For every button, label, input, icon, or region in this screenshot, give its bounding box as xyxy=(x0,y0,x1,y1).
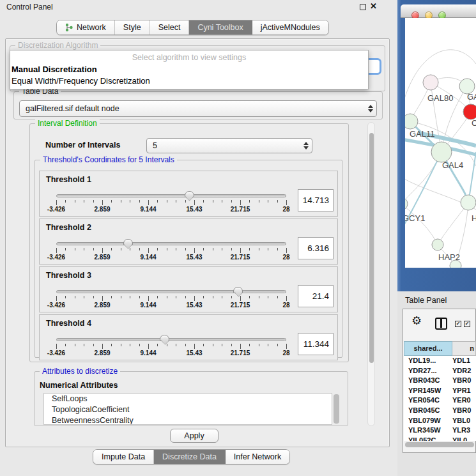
select-all-checkbox-icon[interactable]: ✓ xyxy=(455,321,461,327)
slider-tick xyxy=(167,200,167,203)
menu-item-manual-discretization[interactable]: Manual Discretization xyxy=(12,65,97,74)
apply-button[interactable]: Apply xyxy=(170,429,219,443)
tab-label: jActiveMNodules xyxy=(261,23,320,32)
table-panel-title: Table Panel xyxy=(405,296,447,305)
split-columns-icon[interactable] xyxy=(435,318,447,330)
table-cell: YLR345W xyxy=(404,426,452,436)
close-icon[interactable]: ✕ xyxy=(370,1,377,11)
slider-tick xyxy=(222,296,222,298)
tab-label: Network xyxy=(77,23,106,32)
node-gal11[interactable] xyxy=(405,114,418,129)
node-hap2[interactable] xyxy=(432,239,443,250)
attribute-item[interactable]: BetweennessCentrality xyxy=(44,415,332,425)
column-header-shared-name[interactable]: shared... xyxy=(404,341,452,356)
slider-tick xyxy=(148,248,149,253)
slider-tick xyxy=(167,296,167,298)
table-row[interactable]: YLR345WYLR3 xyxy=(404,426,476,436)
threshold-3-value-field[interactable]: 21.4 xyxy=(298,285,334,307)
threshold-4-value-field[interactable]: 11.344 xyxy=(298,333,334,355)
tab-style[interactable]: Style xyxy=(115,20,150,35)
slider-ticks xyxy=(56,296,286,301)
table-row[interactable]: YBR043CYBR0 xyxy=(404,376,476,386)
tab-select[interactable]: Select xyxy=(150,20,190,35)
tab-impute-data[interactable]: Impute Data xyxy=(93,450,154,464)
slider-tick xyxy=(249,200,250,203)
threshold-3-slider[interactable]: -3.4262.8599.14415.4321.71528 xyxy=(56,288,286,312)
column-header-name[interactable]: n xyxy=(452,341,476,356)
slider-thumb[interactable] xyxy=(160,335,169,341)
float-window-icon[interactable] xyxy=(360,4,366,10)
slider-tick xyxy=(111,344,112,346)
table-cell: YDL1 xyxy=(452,356,476,366)
threshold-2-slider[interactable]: -3.4262.8599.14415.4321.71528 xyxy=(56,240,286,264)
select-none-checkbox-icon[interactable]: ✓ xyxy=(464,321,470,327)
table-row[interactable]: YIL052CYIL0 xyxy=(404,436,476,441)
tab-cyni-toolbox[interactable]: Cyni Toolbox xyxy=(189,20,252,35)
slider-tick xyxy=(259,344,259,346)
slider-tick xyxy=(286,200,287,205)
slider-track[interactable] xyxy=(56,242,286,245)
thresholds-group: Threshold's Coordinates for 5 Intervals … xyxy=(35,160,342,358)
slider-tick xyxy=(240,296,241,301)
tab-infer-network[interactable]: Infer Network xyxy=(226,450,289,464)
slider-tick xyxy=(157,296,158,298)
slider-thumb[interactable] xyxy=(123,239,133,245)
slider-tick-labels: -3.4262.8599.14415.4321.71528 xyxy=(56,302,286,309)
slider-tick xyxy=(111,200,112,203)
slider-tick xyxy=(102,200,103,205)
table-row[interactable]: YER054CYER0 xyxy=(404,395,476,406)
slider-track[interactable] xyxy=(56,338,286,341)
menu-item-equal-width-frequency[interactable]: Equal Width/Frequency Discretization xyxy=(12,76,150,86)
threshold-2-value-field[interactable]: 6.316 xyxy=(298,237,334,259)
table-row[interactable]: YPR145WYPR1 xyxy=(404,386,476,396)
scrollbar-thumb[interactable] xyxy=(405,442,474,447)
slider-tick xyxy=(148,344,149,349)
table-row[interactable]: YBL079WYBL0 xyxy=(404,416,476,426)
table-data-combobox[interactable]: galFiltered.sif default node xyxy=(19,100,377,117)
tab-jactivemnodules[interactable]: jActiveMNodules xyxy=(252,20,328,35)
tick-label: 9.144 xyxy=(140,206,156,213)
panel-scrollbar[interactable] xyxy=(367,122,375,426)
slider-tick xyxy=(194,296,195,301)
network-view-window: GAL80 GA C GAL11 GAL4 GCY1 H HAP2 xyxy=(397,0,476,291)
node-h[interactable] xyxy=(461,195,476,210)
slider-thumb[interactable] xyxy=(233,287,243,293)
tab-label: Discretize Data xyxy=(162,452,217,461)
table-row[interactable]: YDL19...YDL1 xyxy=(404,356,476,366)
network-canvas[interactable]: GAL80 GA C GAL11 GAL4 GCY1 H HAP2 xyxy=(405,18,476,268)
slider-tick xyxy=(231,296,232,298)
slider-tick xyxy=(213,248,213,250)
slider-tick xyxy=(75,296,75,298)
threshold-1-slider[interactable]: -3.4262.8599.14415.4321.71528 xyxy=(56,192,286,216)
scrollbar-thumb[interactable] xyxy=(369,133,374,363)
slider-track[interactable] xyxy=(56,194,286,197)
threshold-1-value-field[interactable]: 14.713 xyxy=(298,189,334,211)
slider-tick xyxy=(277,200,278,203)
tab-discretize-data[interactable]: Discretize Data xyxy=(154,450,226,464)
attribute-item[interactable]: SelfLoops xyxy=(44,394,332,404)
slider-tick xyxy=(277,248,278,250)
gear-icon[interactable]: ⚙ xyxy=(411,314,422,328)
attributes-list-scrollbar[interactable] xyxy=(334,394,339,424)
node-gal80[interactable] xyxy=(423,75,438,90)
attribute-item[interactable]: TopologicalCoefficient xyxy=(44,404,332,415)
threshold-4-slider[interactable]: -3.4262.8599.14415.4321.71528 xyxy=(56,335,286,360)
network-nodes[interactable] xyxy=(405,75,476,268)
node-selected-red[interactable] xyxy=(463,104,476,119)
attributes-list[interactable]: SelfLoopsTopologicalCoefficientBetweenne… xyxy=(43,393,332,425)
slider-tick xyxy=(286,296,287,301)
num-intervals-combobox[interactable]: 5 xyxy=(146,138,312,153)
cyni-toolbox-panel: Discretization Algorithm Select algorith… xyxy=(5,38,390,447)
table-row[interactable]: YDR27...YDR2 xyxy=(404,366,476,376)
table-horizontal-scrollbar[interactable] xyxy=(404,441,475,448)
node-gal4[interactable] xyxy=(431,142,452,162)
slider-tick xyxy=(249,248,250,250)
slider-thumb[interactable] xyxy=(185,191,194,197)
tick-label: 21.715 xyxy=(231,254,250,261)
slider-track[interactable] xyxy=(56,290,286,293)
table-body[interactable]: YDL19...YDL1YDR27...YDR2YBR043CYBR0YPR14… xyxy=(404,356,476,441)
slider-tick xyxy=(259,200,259,203)
table-row[interactable]: YBR045CYBR0 xyxy=(404,406,476,416)
node-label: GAL80 xyxy=(427,93,453,103)
tab-network[interactable]: Network xyxy=(57,20,115,35)
